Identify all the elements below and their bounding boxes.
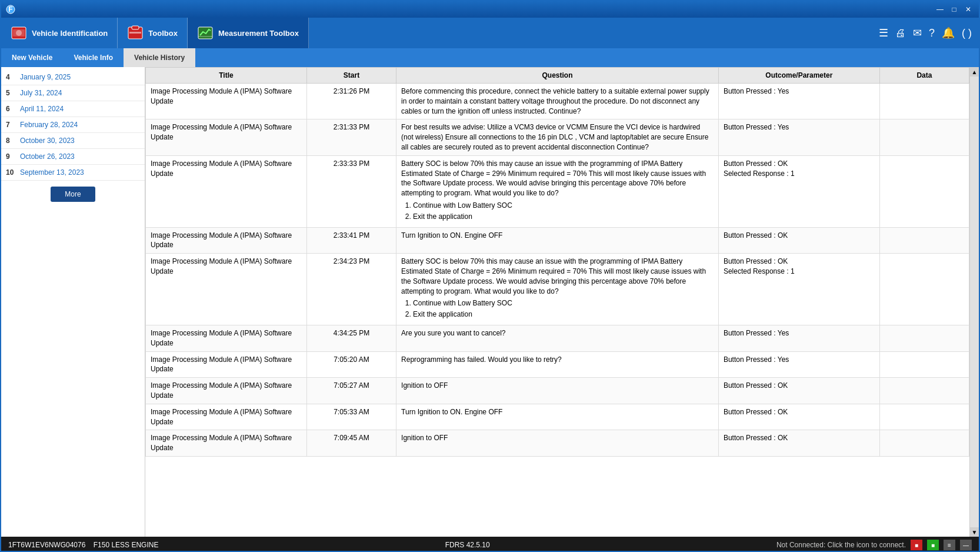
table-row: Image Processing Module A (IPMA) Softwar… <box>146 84 969 119</box>
scroll-down-arrow[interactable]: ▼ <box>970 527 979 537</box>
sidebar-date-4: February 28, 2024 <box>20 121 78 129</box>
content-area: Title Start Question Outcome/Parameter D… <box>145 67 969 537</box>
cell-title-8: Image Processing Module A (IPMA) Softwar… <box>146 404 307 430</box>
cell-start-0: 2:31:26 PM <box>306 84 396 119</box>
cell-start-9: 7:09:45 AM <box>306 430 396 457</box>
sidebar-item-4[interactable]: 7 February 28, 2024 <box>1 117 145 133</box>
close-button[interactable]: ✕ <box>962 5 974 14</box>
connection-text: Not Connected: Click the icon to connect… <box>776 541 906 549</box>
tab-vehicle-identification[interactable]: Vehicle Identification <box>1 18 118 48</box>
app-icon: F <box>6 5 15 14</box>
cell-outcome-7: Button Pressed : OK <box>718 378 879 404</box>
table-row: Image Processing Module A (IPMA) Softwar… <box>146 378 969 404</box>
table-row: Image Processing Module A (IPMA) Softwar… <box>146 119 969 155</box>
cell-start-5: 4:34:25 PM <box>306 325 396 351</box>
menu-icon[interactable]: ☰ <box>876 24 891 42</box>
cell-data-6 <box>879 351 969 378</box>
status-right: Not Connected: Click the icon to connect… <box>776 540 972 550</box>
sidebar-item-1[interactable]: 4 January 9, 2025 <box>1 69 145 85</box>
title-bar-left: F <box>6 5 15 14</box>
sidebar-item-3[interactable]: 6 April 11, 2024 <box>1 101 145 117</box>
cell-data-0 <box>879 84 969 119</box>
connection-green-icon[interactable]: ■ <box>927 540 939 550</box>
table-row: Image Processing Module A (IPMA) Softwar… <box>146 430 969 457</box>
cell-outcome-3: Button Pressed : OK <box>718 227 879 254</box>
sidebar-item-2[interactable]: 5 July 31, 2024 <box>1 85 145 101</box>
account-icon[interactable]: ( ) <box>959 25 974 42</box>
sidebar-date-6: October 26, 2023 <box>20 152 75 161</box>
tab-toolbox[interactable]: Toolbox <box>118 18 188 48</box>
vehicle-history-btn[interactable]: Vehicle History <box>124 48 195 67</box>
measurement-icon <box>197 25 214 41</box>
cell-start-2: 2:33:33 PM <box>306 155 396 227</box>
cell-start-1: 2:31:33 PM <box>306 119 396 155</box>
vehicle-id-icon <box>11 25 27 41</box>
cell-outcome-9: Button Pressed : OK <box>718 430 879 457</box>
cell-title-1: Image Processing Module A (IPMA) Softwar… <box>146 119 307 155</box>
vehicle-info-btn[interactable]: Vehicle Info <box>63 48 124 67</box>
cell-title-0: Image Processing Module A (IPMA) Softwar… <box>146 84 307 119</box>
maximize-button[interactable]: □ <box>948 5 960 14</box>
main-layout: 4 January 9, 2025 5 July 31, 2024 6 Apri… <box>1 67 979 537</box>
cell-outcome-5: Button Pressed : Yes <box>718 325 879 351</box>
sidebar-num-1: 4 <box>6 73 20 81</box>
cell-title-5: Image Processing Module A (IPMA) Softwar… <box>146 325 307 351</box>
sidebar-date-5: October 30, 2023 <box>20 137 75 145</box>
svg-text:F: F <box>8 5 12 14</box>
new-vehicle-btn[interactable]: New Vehicle <box>1 48 63 67</box>
more-button[interactable]: More <box>51 187 95 202</box>
col-header-data: Data <box>879 68 969 84</box>
tab-measurement-toolbox[interactable]: Measurement Toolbox <box>188 18 309 48</box>
cell-start-8: 7:05:33 AM <box>306 404 396 430</box>
col-header-question: Question <box>396 68 719 84</box>
cell-outcome-8: Button Pressed : OK <box>718 404 879 430</box>
sidebar-item-5[interactable]: 8 October 30, 2023 <box>1 133 145 149</box>
sidebar-num-2: 5 <box>6 89 20 97</box>
cell-question-2: Battery SOC is below 70% this may cause … <box>396 155 719 227</box>
vin-text: 1FT6W1EV6NWG04076 <box>8 541 85 549</box>
cell-outcome-2: Button Pressed : OKSelected Response : 1 <box>718 155 879 227</box>
sidebar-item-7[interactable]: 10 September 13, 2023 <box>1 165 145 181</box>
connection-red-icon[interactable]: ■ <box>911 540 922 550</box>
scroll-up-arrow[interactable]: ▲ <box>970 67 979 77</box>
sidebar-date-7: September 13, 2023 <box>20 168 84 177</box>
window-controls: — □ ✕ <box>934 5 974 14</box>
table-row: Image Processing Module A (IPMA) Softwar… <box>146 404 969 430</box>
sub-nav: New Vehicle Vehicle Info Vehicle History <box>1 48 979 67</box>
connection-gray-icon[interactable]: ≡ <box>944 540 955 550</box>
cell-question-1: For best results we advise: Utilize a VC… <box>396 119 719 155</box>
cell-data-5 <box>879 325 969 351</box>
cell-outcome-1: Button Pressed : Yes <box>718 119 879 155</box>
cell-data-8 <box>879 404 969 430</box>
cell-title-3: Image Processing Module A (IPMA) Softwar… <box>146 227 307 254</box>
svg-rect-7 <box>129 32 141 34</box>
table-row: Image Processing Module A (IPMA) Softwar… <box>146 254 969 325</box>
minimize-button[interactable]: — <box>934 5 946 14</box>
col-header-title: Title <box>146 68 307 84</box>
sidebar-num-7: 10 <box>6 168 20 177</box>
cell-start-4: 2:34:23 PM <box>306 254 396 325</box>
connection-dash-icon[interactable]: — <box>960 540 972 550</box>
toolbox-icon <box>127 25 144 41</box>
cell-start-3: 2:33:41 PM <box>306 227 396 254</box>
status-version: FDRS 42.5.10 <box>445 541 490 549</box>
cell-question-5: Are you sure you want to cancel? <box>396 325 719 351</box>
notification-icon[interactable]: 🔔 <box>939 24 957 42</box>
model-text: F150 LESS ENGINE <box>94 541 159 549</box>
cell-question-0: Before commencing this procedure, connec… <box>396 84 719 119</box>
sidebar-item-6[interactable]: 9 October 26, 2023 <box>1 149 145 165</box>
print-icon[interactable]: 🖨 <box>893 25 908 42</box>
cell-question-4: Battery SOC is below 70% this may cause … <box>396 254 719 325</box>
toolbar-right: ☰ 🖨 ✉ ? 🔔 ( ) <box>876 18 979 48</box>
tab-toolbox-label: Toolbox <box>148 29 178 38</box>
title-bar: F — □ ✕ <box>1 1 979 18</box>
cell-data-7 <box>879 378 969 404</box>
sidebar-date-1: January 9, 2025 <box>20 73 71 81</box>
cell-data-1 <box>879 119 969 155</box>
cell-question-6: Reprogramming has failed. Would you like… <box>396 351 719 378</box>
cell-question-9: Ignition to OFF <box>396 430 719 457</box>
help-icon[interactable]: ? <box>926 25 937 42</box>
cell-outcome-6: Button Pressed : Yes <box>718 351 879 378</box>
email-icon[interactable]: ✉ <box>911 24 924 42</box>
sidebar-date-2: July 31, 2024 <box>20 89 62 97</box>
